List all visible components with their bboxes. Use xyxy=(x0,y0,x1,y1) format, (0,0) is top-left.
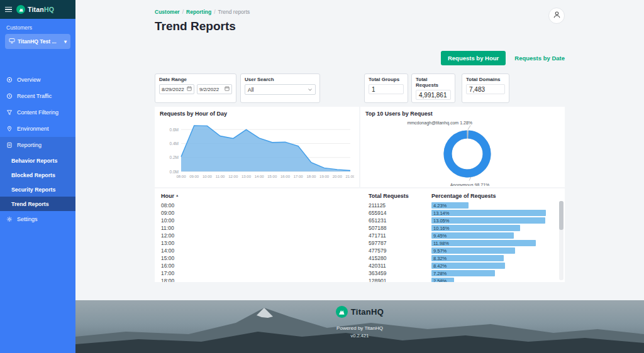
total-domains-value: 7,483 xyxy=(466,84,505,94)
percentage-cell: 10.16% xyxy=(431,225,558,231)
chevron-down-icon xyxy=(308,87,313,93)
total-domains-box: Total Domains 7,483 xyxy=(462,73,509,103)
breadcrumb-separator: / xyxy=(214,9,215,15)
sidebar-item-label: Settings xyxy=(17,216,38,222)
sidebar-item-environment[interactable]: Environment xyxy=(0,121,75,137)
hour-cell: 08:00 xyxy=(161,202,369,209)
donut-chart-panel: Top 10 Users by Request mmcdonagh@titanh… xyxy=(360,107,565,187)
sidebar-item-reporting[interactable]: Reporting xyxy=(0,137,75,153)
sidebar-item-blocked-reports[interactable]: Blocked Reports xyxy=(0,168,75,182)
percentage-cell: 13.05% xyxy=(431,217,558,224)
table-row: 12:004717119.45% xyxy=(161,232,558,239)
sidebar-item-behavior-reports[interactable]: Behavior Reports xyxy=(0,153,75,168)
requests-cell: 597787 xyxy=(369,240,431,246)
svg-text:19:00: 19:00 xyxy=(319,175,330,178)
percentage-cell: 4.23% xyxy=(431,202,558,209)
svg-text:21:00: 21:00 xyxy=(345,175,354,178)
svg-text:10:00: 10:00 xyxy=(203,175,213,178)
sidebar-item-label: Environment xyxy=(17,126,49,132)
area-chart-svg: 0.0M0.2M0.4M0.6M08:0009:0010:0011:0012:0… xyxy=(160,117,354,186)
menu-icon[interactable] xyxy=(5,6,12,14)
header-hour[interactable]: Hour▲ xyxy=(161,193,369,199)
filter-row: Date Range 8/29/2022 9/2/2022 xyxy=(155,73,565,103)
requests-by-date-button[interactable]: Requests by Date xyxy=(514,55,565,62)
percentage-bar: 4.23% xyxy=(431,202,469,209)
breadcrumb-separator: / xyxy=(182,9,184,15)
hour-cell: 15:00 xyxy=(161,255,369,261)
table-scrollbar[interactable] xyxy=(559,201,564,280)
svg-text:08:00: 08:00 xyxy=(176,175,186,178)
sidebar-item-label: Reporting xyxy=(17,142,42,148)
svg-text:0.0M: 0.0M xyxy=(170,170,179,174)
percentage-bar: 7.28% xyxy=(431,270,495,276)
table-row: 17:003634597.28% xyxy=(161,269,558,277)
header-percentage[interactable]: Percentage of Requests xyxy=(431,193,558,199)
percentage-bar: 10.16% xyxy=(431,225,520,231)
user-search-label: User Search xyxy=(245,77,316,82)
date-from-input[interactable]: 8/29/2022 xyxy=(159,84,194,94)
table-row: 16:004203118.42% xyxy=(161,262,558,269)
titanhq-logo-icon xyxy=(16,5,25,14)
clock-icon xyxy=(6,93,13,99)
svg-text:18:00: 18:00 xyxy=(306,175,316,178)
breadcrumb-customer[interactable]: Customer xyxy=(155,9,180,15)
hour-cell: 10:00 xyxy=(161,217,369,224)
sidebar-nav: Overview Recent Traffic Content Filterin… xyxy=(0,72,75,227)
requests-cell: 471711 xyxy=(369,232,431,239)
titanhq-logo: TitanHQ xyxy=(16,5,54,14)
table-row: 15:004152808.32% xyxy=(161,254,558,262)
percentage-cell: 11.98% xyxy=(431,240,558,246)
total-requests-value: 4,991,861 xyxy=(416,90,451,100)
user-search-select[interactable]: All xyxy=(245,84,316,95)
page-title: Trend Reports xyxy=(155,19,565,33)
table-row: 18:001289012.58% xyxy=(161,277,558,282)
total-groups-box: Total Groups 1 xyxy=(364,73,408,103)
hour-cell: 17:00 xyxy=(161,270,369,276)
requests-by-hour-button[interactable]: Requests by Hour xyxy=(441,51,506,65)
sidebar-item-recent-traffic[interactable]: Recent Traffic xyxy=(0,88,75,104)
percentage-bar: 2.58% xyxy=(431,278,454,282)
table-row: 14:004775799.57% xyxy=(161,247,558,254)
svg-text:09:00: 09:00 xyxy=(189,175,199,178)
sidebar-item-trend-reports[interactable]: Trend Reports xyxy=(0,197,75,211)
sidebar-item-content-filtering[interactable]: Content Filtering xyxy=(0,104,75,121)
report-icon xyxy=(6,142,13,148)
table-header: Hour▲ Total Requests Percentage of Reque… xyxy=(161,191,558,202)
content: Customer / Reporting / Trend reports Tre… xyxy=(75,0,644,300)
sidebar-item-settings[interactable]: Settings xyxy=(0,211,75,227)
percentage-cell: 2.58% xyxy=(431,278,558,282)
overview-icon xyxy=(6,77,13,83)
percentage-cell: 9.57% xyxy=(431,247,558,254)
user-avatar-button[interactable] xyxy=(548,8,565,24)
hour-cell: 11:00 xyxy=(161,225,369,231)
sidebar-item-security-reports[interactable]: Security Reports xyxy=(0,182,75,197)
svg-text:20:00: 20:00 xyxy=(333,175,343,178)
table-scrollbar-thumb[interactable] xyxy=(559,201,564,230)
monitor-icon xyxy=(9,38,15,45)
table-row: 11:0050718810.16% xyxy=(161,224,558,232)
svg-text:17:00: 17:00 xyxy=(294,175,304,178)
requests-cell: 363459 xyxy=(369,270,431,276)
date-to-input[interactable]: 9/2/2022 xyxy=(197,84,232,94)
header-total-requests[interactable]: Total Requests xyxy=(369,193,431,199)
sidebar-item-overview[interactable]: Overview xyxy=(0,72,75,88)
requests-cell: 415280 xyxy=(369,255,431,261)
hour-cell: 14:00 xyxy=(161,247,369,254)
percentage-cell: 8.42% xyxy=(431,263,558,269)
svg-text:16:00: 16:00 xyxy=(280,175,291,178)
table-row: 13:0059778711.98% xyxy=(161,239,558,247)
charts-row: Requests by Hour of Day 0.0M0.2M0.4M0.6M… xyxy=(155,107,565,187)
date-range-box: Date Range 8/29/2022 9/2/2022 xyxy=(155,73,236,103)
app: TitanHQ Customers TitanHQ Test ... ▾ Ove… xyxy=(0,0,644,353)
hour-cell: 09:00 xyxy=(161,210,369,216)
table-body: 08:002111254.23%09:0065591413.14%10:0065… xyxy=(161,202,558,282)
hour-cell: 12:00 xyxy=(161,232,369,239)
sidebar-item-label: Content Filtering xyxy=(17,109,58,116)
svg-text:mmcdonagh@titanhq.com 1.28%: mmcdonagh@titanhq.com 1.28% xyxy=(407,121,472,126)
customer-selector[interactable]: TitanHQ Test ... ▾ xyxy=(5,34,70,49)
reporting-nav-group: Reporting Behavior Reports Blocked Repor… xyxy=(0,137,75,211)
funnel-icon xyxy=(6,109,13,116)
svg-text:Anonymous 98.71%: Anonymous 98.71% xyxy=(450,183,490,187)
breadcrumb-reporting[interactable]: Reporting xyxy=(186,9,211,15)
svg-text:13:00: 13:00 xyxy=(242,175,252,178)
